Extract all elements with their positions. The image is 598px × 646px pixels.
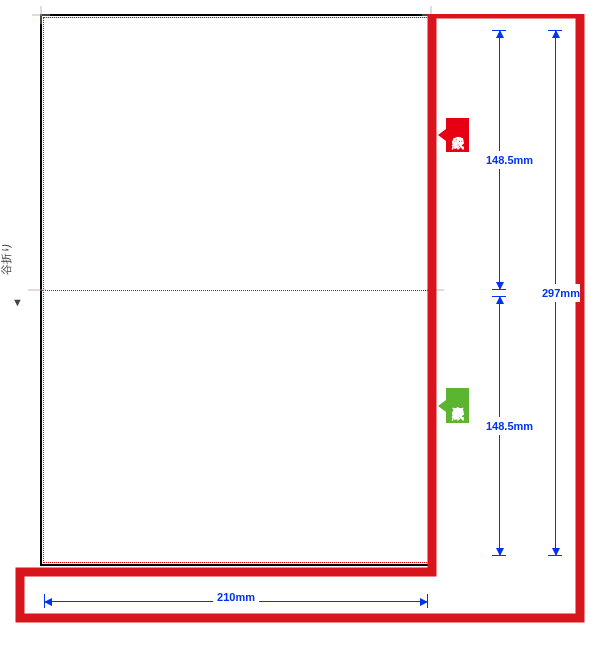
dim-top-half-height: 148.5mm	[482, 30, 516, 290]
front-cover-back-tag: 表紙の裏	[446, 118, 469, 152]
dim-top-half-value: 148.5mm	[486, 151, 533, 169]
valley-fold-arrow-icon: ▼	[12, 296, 23, 308]
dim-bottom-half-value: 148.5mm	[486, 417, 533, 435]
dim-width: 210mm	[44, 584, 428, 618]
template-diagram: 谷折り ▼ 表紙の裏 裏表紙の裏 148.5mm 148.5m	[0, 0, 598, 646]
crop-mark-tr-icon	[422, 6, 440, 24]
crop-mark-ml-icon	[28, 281, 46, 299]
back-cover-back-tag: 裏表紙の裏	[446, 388, 469, 423]
valley-fold-label: 谷折り	[0, 242, 14, 275]
dim-bottom-half-height: 148.5mm	[482, 296, 516, 556]
dim-width-value: 210mm	[213, 591, 259, 603]
crop-mark-tl-icon	[32, 6, 50, 24]
dim-full-height-value: 297mm	[542, 284, 580, 302]
page-rect	[40, 14, 432, 566]
crop-mark-mr-icon	[426, 281, 444, 299]
dim-full-height: 297mm	[538, 30, 572, 556]
fold-line	[42, 290, 430, 291]
